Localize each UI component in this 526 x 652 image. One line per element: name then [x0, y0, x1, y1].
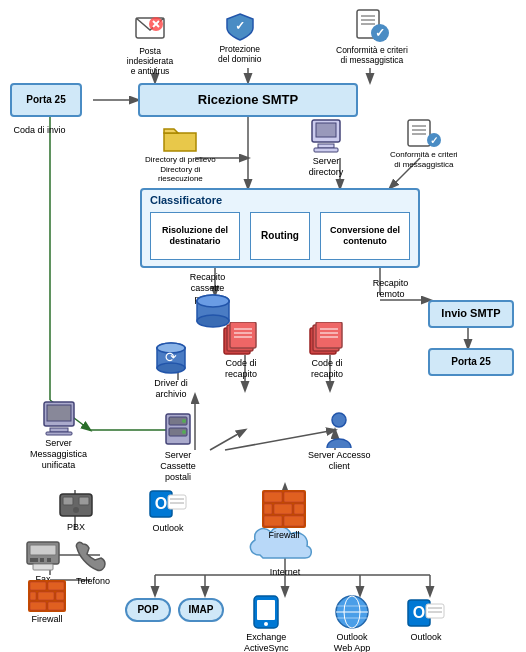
svg-text:⟳: ⟳ [165, 349, 177, 365]
code-recapito-left-icon: Code di recapito [222, 322, 260, 380]
code-recapito-right-icon: Code di recapito [308, 322, 346, 380]
svg-rect-51 [314, 148, 338, 152]
svg-rect-81 [50, 428, 68, 432]
outlook-bottom-icon: O Outlook [406, 594, 446, 643]
svg-rect-113 [264, 492, 282, 502]
svg-line-22 [210, 430, 245, 450]
firewall-left-label: Firewall [31, 614, 62, 625]
svg-rect-121 [257, 600, 275, 620]
outlook-webapp-icon: Outlook Web App [332, 594, 372, 652]
firewall-left-icon: Firewall [28, 580, 66, 625]
protezione-dominio-icon: ✓ Protezione del dominio [218, 12, 261, 64]
server-accesso-label: Server Accesso client [308, 450, 371, 472]
routing-box: Routing [250, 212, 310, 260]
svg-rect-118 [264, 516, 282, 526]
svg-rect-91 [168, 495, 186, 509]
classificatore-title: Classificatore [150, 194, 222, 206]
svg-rect-49 [316, 123, 336, 137]
svg-rect-109 [56, 592, 64, 600]
porta25-in-box: Porta 25 [10, 83, 82, 117]
imap-box: IMAP [178, 598, 224, 622]
ricezione-smtp-box: Ricezione SMTP [138, 83, 358, 117]
svg-point-61 [197, 295, 229, 307]
outlook-bottom-label: Outlook [410, 632, 441, 643]
conformita-top-icon: ✓ Conformità e criteri di messaggistica [336, 8, 408, 65]
server-directory-label: Server directory [309, 156, 344, 178]
svg-point-122 [264, 622, 268, 626]
svg-text:✓: ✓ [375, 26, 385, 40]
outlook-webapp-label: Outlook Web App [334, 632, 370, 652]
svg-rect-80 [47, 405, 71, 421]
svg-rect-111 [48, 602, 64, 610]
outlook-left-label: Outlook [152, 523, 183, 534]
code-recapito-right-label: Code di recapito [311, 358, 343, 380]
pbx-label: PBX [67, 522, 85, 533]
svg-text:✓: ✓ [235, 19, 245, 33]
svg-rect-108 [30, 592, 36, 600]
code-recapito-left-label: Code di recapito [225, 358, 257, 380]
classificatore-container: Classificatore Risoluzione del destinata… [140, 188, 420, 268]
svg-text:O: O [413, 604, 425, 621]
svg-rect-82 [46, 432, 72, 435]
server-cassette-label: Server Cassette postali [160, 450, 196, 482]
directory-prelievo-label: Directory di prelievo Directory di riese… [145, 155, 216, 184]
svg-point-88 [332, 413, 346, 427]
diagram: Posta indesiderata e antivirus ✓ Protezi… [0, 0, 526, 652]
svg-point-97 [73, 507, 79, 513]
svg-rect-115 [274, 504, 292, 514]
fax-icon: Fax [25, 540, 61, 585]
svg-rect-116 [264, 504, 272, 514]
svg-rect-130 [426, 604, 444, 618]
coda-invio-label: Coda di invio [12, 125, 67, 136]
protezione-dominio-label: Protezione del dominio [218, 44, 261, 64]
posta-indesiderata-icon: Posta indesiderata e antivirus [115, 12, 185, 77]
firewall-mid-icon: Firewall [262, 490, 306, 541]
conformita-right-label: Conformità e criteri di messaggistica [390, 150, 458, 169]
driver-archivio-icon: ⟳ Driver di archivio [152, 340, 190, 400]
risoluzione-box: Risoluzione del destinatario [150, 212, 240, 260]
internet-label: Internet [270, 567, 301, 578]
svg-rect-101 [40, 558, 44, 562]
svg-rect-102 [47, 558, 51, 562]
svg-rect-105 [30, 582, 46, 590]
driver-archivio-label: Driver di archivio [154, 378, 188, 400]
server-messaggistica-icon: Server Messaggistica unificata [30, 400, 87, 470]
svg-rect-96 [79, 497, 89, 505]
svg-rect-99 [30, 545, 56, 555]
invio-smtp-box: Invio SMTP [428, 300, 514, 328]
conformita-top-label: Conformità e criteri di messaggistica [336, 45, 408, 65]
porta25-out-box: Porta 25 [428, 348, 514, 376]
recapito-remoto-label: Recapito remoto [358, 278, 423, 300]
svg-rect-103 [33, 564, 53, 570]
telefono-icon: Telefono [75, 540, 111, 587]
server-directory-icon: Server directory [308, 118, 344, 178]
conversione-box: Conversione del contenuto [320, 212, 410, 260]
exchange-activesync-label: Exchange ActiveSync [244, 632, 289, 652]
conformita-right-icon: ✓ Conformità e criteri di messaggistica [390, 118, 458, 169]
svg-text:✓: ✓ [430, 135, 438, 146]
svg-rect-119 [284, 516, 304, 526]
svg-point-87 [182, 430, 186, 434]
pbx-icon: PBX [58, 490, 94, 533]
pop-box: POP [125, 598, 171, 622]
svg-rect-100 [30, 558, 38, 562]
server-accesso-icon: Server Accesso client [308, 412, 371, 472]
svg-rect-107 [38, 592, 54, 600]
posta-indesiderata-label: Posta indesiderata e antivirus [115, 46, 185, 77]
svg-rect-52 [408, 120, 430, 146]
svg-rect-75 [316, 322, 342, 348]
server-cassette-icon: Server Cassette postali [158, 412, 198, 482]
svg-rect-95 [63, 497, 73, 505]
exchange-activesync-icon: Exchange ActiveSync [244, 594, 289, 652]
server-messaggistica-label: Server Messaggistica unificata [30, 438, 87, 470]
svg-rect-106 [48, 582, 64, 590]
svg-rect-117 [294, 504, 304, 514]
svg-rect-69 [230, 322, 256, 348]
svg-text:O: O [155, 495, 167, 512]
svg-rect-114 [284, 492, 304, 502]
firewall-mid-label: Firewall [268, 530, 299, 541]
svg-rect-110 [30, 602, 46, 610]
svg-point-86 [182, 419, 186, 423]
svg-rect-50 [318, 144, 334, 148]
directory-prelievo-icon: Directory di prelievo Directory di riese… [145, 125, 216, 184]
